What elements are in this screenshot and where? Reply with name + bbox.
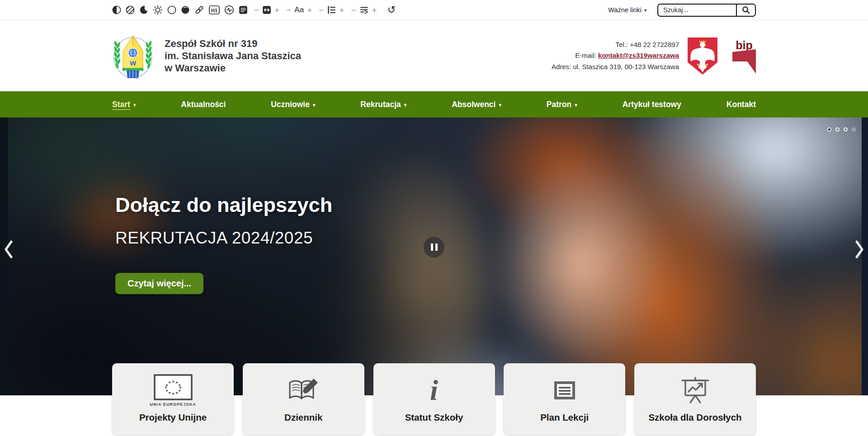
email-link[interactable]: kontakt@zs319warszawa	[598, 52, 679, 59]
nav-item-uczniowie[interactable]: Uczniowie▾	[271, 100, 315, 109]
search-box	[657, 4, 756, 17]
line-height-increase-button[interactable]: +	[339, 6, 344, 14]
justified-text-box-icon[interactable]	[239, 5, 248, 15]
email-label: E-mail:	[575, 52, 596, 59]
contrast-half-circle-icon[interactable]	[112, 5, 121, 15]
carousel-prev-button[interactable]	[4, 240, 14, 260]
text-indent-decrease-button[interactable]: −	[350, 6, 356, 14]
important-links-dropdown[interactable]: Ważne linki ▾	[605, 6, 649, 14]
text-indent-stepper: − +	[350, 5, 377, 15]
card-dziennik[interactable]: Dziennik	[243, 363, 364, 435]
nav-label: Kontakt	[726, 100, 756, 109]
eu-flag-icon: ★★★★ ★★★★ ★★★★	[154, 374, 193, 400]
font-size-increase-button[interactable]: +	[307, 6, 312, 14]
card-szkola-dla-doroslych[interactable]: Szkoła dla Dorosłych	[634, 363, 756, 435]
animations-pulse-icon[interactable]	[224, 5, 234, 15]
letter-spacing-decrease-button[interactable]: −	[254, 6, 259, 14]
moon-icon[interactable]	[139, 5, 148, 15]
sun-icon[interactable]	[153, 5, 163, 15]
carousel-dot-4[interactable]	[852, 127, 856, 131]
phone-number: Tel.: +48 22 2722897	[552, 39, 679, 51]
font-size-decrease-button[interactable]: −	[286, 6, 292, 14]
nav-item-patron[interactable]: Patron▾	[547, 100, 577, 109]
eu-flag-caption: UNIA EUROPEJSKA	[150, 402, 196, 407]
school-logo[interactable]: W	[112, 33, 154, 79]
link-icon[interactable]	[194, 5, 204, 15]
font-size-stepper: − Aa +	[286, 5, 312, 14]
card-statut-szkoly[interactable]: i Statut Szkoły	[373, 363, 495, 435]
card-projekty-unijne[interactable]: ★★★★ ★★★★ ★★★★ UNIA EUROPEJSKA Projekty …	[112, 363, 234, 435]
chevron-down-icon: ▾	[575, 102, 577, 108]
important-links-label: Ważne linki	[608, 6, 642, 14]
nav-label: Absolwenci	[452, 100, 495, 109]
bip-label: bip	[736, 39, 753, 52]
nav-item-kontakt[interactable]: Kontakt	[726, 100, 756, 109]
nav-item-absolwenci[interactable]: Absolwenci▾	[452, 100, 501, 109]
reset-accessibility-icon[interactable]: ↺	[385, 5, 398, 15]
nav-item-aktualnosci[interactable]: Aktualności	[181, 100, 226, 109]
toolbar-right: Ważne linki ▾	[605, 4, 756, 17]
carousel-dot-1[interactable]	[827, 127, 831, 131]
hatched-circle-icon[interactable]	[126, 5, 135, 15]
carousel-next-button[interactable]	[854, 240, 864, 260]
bip-logo[interactable]: bip	[726, 37, 756, 75]
filled-circle-icon[interactable]	[181, 5, 190, 15]
chevron-down-icon: ▾	[133, 102, 136, 108]
svg-text:★: ★	[171, 392, 175, 396]
nav-item-start[interactable]: Start▾	[112, 100, 136, 109]
svg-text:★: ★	[171, 380, 175, 384]
card-label: Projekty Unijne	[139, 412, 207, 423]
contact-info: Tel.: +48 22 2722897 E-mail: kontakt@zs3…	[552, 39, 679, 73]
nav-label: Rekrutacja	[360, 100, 401, 109]
nav-item-artykul-testowy[interactable]: Artykuł testowy	[623, 100, 681, 109]
school-name-line2: im. Stanisława Jana Staszica	[165, 50, 301, 62]
line-height-decrease-button[interactable]: −	[318, 6, 324, 14]
nav-label: Uczniowie	[271, 100, 310, 109]
chevron-down-icon: ▾	[644, 8, 646, 13]
accessibility-toolbar: H1 − + − Aa + − + − + ↺	[0, 0, 868, 20]
address: Adres: ul. Staszica 319, 00-123 Warszawa	[552, 61, 679, 73]
column-capital	[125, 68, 141, 70]
header-contact-area: Tel.: +48 22 2722897 E-mail: kontakt@zs3…	[552, 36, 756, 76]
svg-text:H1: H1	[211, 8, 217, 13]
hero-carousel: Dołącz do najlepszych REKRUTACJA 2024/20…	[0, 117, 868, 395]
line-height-stepper: − +	[318, 5, 344, 15]
site-header: W Zespół Szkół nr 319 im. Stanisława Jan…	[0, 20, 868, 91]
pause-icon	[431, 244, 433, 251]
hero-title: Dołącz do najlepszych	[115, 193, 332, 217]
email-row: E-mail: kontakt@zs319warszawa	[552, 50, 679, 61]
nav-label: Artykuł testowy	[623, 100, 681, 109]
chevron-down-icon: ▾	[404, 102, 407, 108]
chevron-down-icon: ▾	[313, 102, 316, 108]
card-label: Plan Lekcji	[540, 412, 589, 423]
quick-links: ★★★★ ★★★★ ★★★★ UNIA EUROPEJSKA Projekty …	[0, 363, 868, 435]
nav-label: Aktualności	[181, 100, 226, 109]
card-label: Dziennik	[284, 412, 322, 423]
accessibility-icon-group: H1 − + − Aa + − + − + ↺	[112, 5, 398, 15]
hero-subtitle: REKRUTACJA 2024/2025	[115, 229, 332, 248]
carousel-dot-3[interactable]	[844, 127, 848, 131]
chevron-down-icon: ▾	[499, 102, 501, 108]
font-size-icon: Aa	[294, 5, 304, 14]
presentation-chart-icon	[681, 377, 710, 404]
letter-spacing-icon	[262, 5, 271, 15]
card-plan-lekcji[interactable]: Plan Lekcji	[504, 363, 625, 435]
heading-h1-icon[interactable]: H1	[209, 5, 220, 15]
carousel-pause-button[interactable]	[424, 237, 444, 258]
outline-circle-icon[interactable]	[167, 5, 176, 15]
info-icon: i	[430, 376, 438, 404]
pause-icon	[435, 244, 438, 251]
search-input[interactable]	[658, 5, 736, 16]
hero-copy: Dołącz do najlepszych REKRUTACJA 2024/20…	[115, 193, 332, 294]
read-more-button[interactable]: Czytaj więcej...	[115, 273, 203, 294]
carousel-dot-2[interactable]	[835, 127, 840, 131]
letter-spacing-increase-button[interactable]: +	[274, 6, 280, 14]
nav-label: Patron	[547, 100, 571, 109]
chevron-left-icon	[4, 240, 14, 258]
search-button[interactable]	[736, 5, 755, 16]
main-navigation: Start▾ Aktualności Uczniowie▾ Rekrutacja…	[0, 91, 868, 117]
carousel-dots	[827, 127, 856, 131]
text-indent-increase-button[interactable]: +	[372, 6, 377, 14]
nav-item-rekrutacja[interactable]: Rekrutacja▾	[360, 100, 406, 109]
school-name-line1: Zespół Szkół nr 319	[165, 38, 301, 50]
